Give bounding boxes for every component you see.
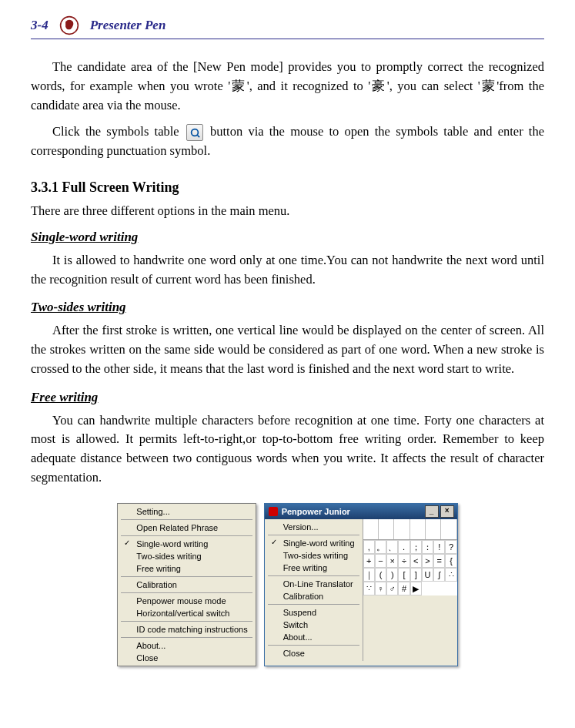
menu-item[interactable]: Switch [266,619,361,631]
penpower-window: Penpower Junior _ × Version...Single-wor… [264,503,458,666]
menu-item[interactable]: Calibration [119,579,253,591]
symbol-cell[interactable]: = [433,554,445,568]
menu-item[interactable]: Free writing [119,562,253,575]
menu-separator [121,592,252,593]
menu-separator [268,604,359,605]
menu-item[interactable]: Version... [266,521,361,533]
window-body: Version...Single-word writingTwo-sides w… [265,519,457,661]
window-menu: Version...Single-word writingTwo-sides w… [265,519,363,661]
menu-separator [268,535,359,535]
candidate-cell[interactable] [379,519,394,539]
menu-separator [121,576,252,577]
menu-item[interactable]: Close [266,647,361,659]
candidate-cell[interactable] [394,519,410,539]
svg-line-2 [197,136,199,138]
menu-separator [121,519,252,520]
menu-item[interactable]: About... [119,639,253,652]
symbol-cell[interactable]: ∴ [445,568,456,582]
brand-logo-icon [59,15,79,35]
menu-item[interactable]: Penpower mouse mode [119,595,253,607]
subheading-single-word: Single-word writing [31,230,544,245]
symbol-cell[interactable]: ： [422,540,433,554]
symbol-cell[interactable]: ] [410,568,422,582]
section-intro: There are three different options in the… [31,203,544,219]
section-heading: 3.3.1 Full Screen Writing [31,179,544,196]
menu-item[interactable]: Horizontal/vertical switch [119,607,253,619]
menu-item[interactable]: Single-word writing [266,537,361,549]
paragraph-free-writing: You can handwrite multiple characters be… [31,411,544,488]
minimize-button[interactable]: _ [425,505,439,518]
candidate-cell[interactable] [426,519,441,539]
symbol-cell[interactable]: ) [386,568,398,582]
menu-item[interactable]: Open Related Phrase [119,522,253,534]
menu-item[interactable]: On-Line Translator [266,578,361,590]
symbol-cell[interactable]: + [363,554,375,568]
screenshot-row: Setting...Open Related PhraseSingle-word… [31,503,544,666]
svg-rect-3 [269,507,278,516]
symbol-cell[interactable]: ∫ [433,568,445,582]
symbols-table: ,。、．；：!?+−×÷<>={｜()[]U∫∴∵♀♂#▶ [363,540,457,595]
menu-separator [268,645,359,646]
symbol-cell[interactable]: 。 [375,540,386,554]
document-page: 3-4 Presenter Pen The candidate area of … [0,0,575,697]
menu-item[interactable]: Calibration [266,590,361,602]
symbol-cell[interactable]: ． [398,540,410,554]
paragraph-two-sides: After the first stroke is written, one v… [31,321,544,378]
paragraph-symbols-before: Click the symbols table [52,124,185,139]
symbol-cell[interactable]: ； [410,540,422,554]
symbol-cell[interactable]: ( [375,568,386,582]
header-title: Presenter Pen [90,18,166,33]
symbol-cell[interactable]: 、 [386,540,398,554]
symbol-cell[interactable]: U [422,568,433,582]
symbol-cell[interactable]: ♂ [386,582,398,595]
candidate-cell[interactable] [363,519,379,539]
svg-point-1 [191,129,198,136]
candidate-cell[interactable] [441,519,456,539]
symbol-cell[interactable]: ♀ [375,582,386,595]
candidate-cells [363,519,457,540]
menu-item[interactable]: Close [119,652,253,664]
symbol-cell[interactable]: ! [433,540,445,554]
menu-item[interactable]: Suspend [266,606,361,619]
symbol-cell[interactable]: [ [398,568,410,582]
subheading-free-writing: Free writing [31,390,544,405]
menu-item[interactable]: About... [266,631,361,643]
page-number: 3-4 [31,18,48,33]
window-title: Penpower Junior [282,507,350,516]
app-icon [268,506,279,517]
symbol-cell[interactable]: { [445,554,456,568]
menu-item[interactable]: Two-sides writing [119,550,253,562]
paragraph-candidate-area: The candidate area of the [New Pen mode]… [31,58,544,115]
page-header: 3-4 Presenter Pen [31,15,544,39]
symbols-table-icon [186,124,203,141]
menu-separator [121,621,252,622]
menu-item[interactable]: ID code matching instructions [119,623,253,636]
symbol-cell[interactable]: ∵ [363,582,375,595]
symbol-cell[interactable]: < [410,554,422,568]
symbol-cell[interactable]: , [363,540,375,554]
symbol-cell[interactable]: ▶ [410,582,422,595]
context-menu-left: Setting...Open Related PhraseSingle-word… [117,503,256,666]
paragraph-single-word: It is allowed to handwrite one word only… [31,251,544,290]
window-titlebar: Penpower Junior _ × [265,504,457,519]
menu-separator [121,535,252,536]
menu-separator [268,575,359,576]
menu-item[interactable]: Single-word writing [119,538,253,550]
symbol-cell[interactable]: × [386,554,398,568]
candidate-cell[interactable] [410,519,426,539]
symbol-cell[interactable]: > [422,554,433,568]
menu-item[interactable]: Free writing [266,562,361,574]
menu-separator [121,637,252,638]
symbol-cell[interactable]: # [398,582,410,595]
close-button[interactable]: × [440,505,454,518]
subheading-two-sides: Two-sides writing [31,300,544,315]
paragraph-symbols-button: Click the symbols table button via the m… [31,122,544,161]
symbol-cell[interactable]: ｜ [363,568,375,582]
menu-item[interactable]: Setting... [119,505,253,518]
symbol-cell[interactable]: ÷ [398,554,410,568]
menu-item[interactable]: Two-sides writing [266,549,361,562]
symbol-cell[interactable]: − [375,554,386,568]
symbol-cell[interactable]: ? [445,540,456,554]
window-right-pane: ,。、．；：!?+−×÷<>={｜()[]U∫∴∵♀♂#▶ [363,519,457,661]
